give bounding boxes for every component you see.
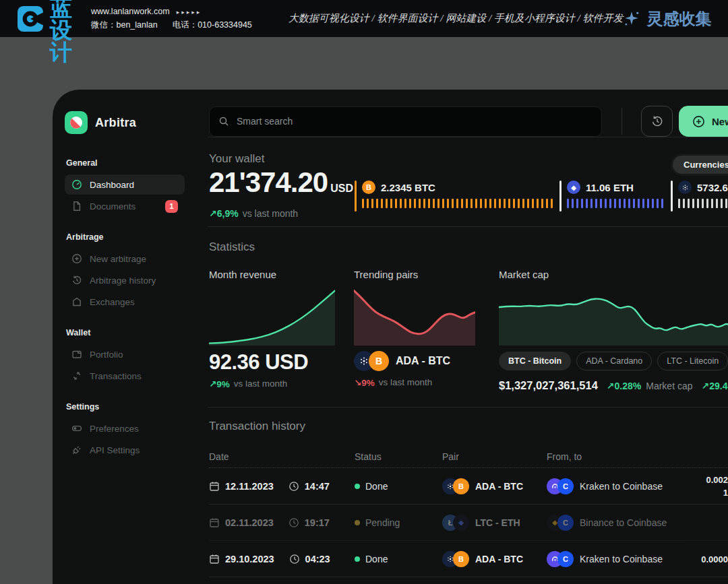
wallet-balance: 21'374.20USD ↗6,9%vs last month (209, 167, 355, 219)
services-list: 大数据可视化设计 / 软件界面设计 / 网站建设 / 手机及小程序设计 / 软件… (289, 12, 624, 25)
holding-divider-bar (671, 181, 673, 212)
sidebar-item-label: Portfolio (90, 350, 123, 360)
btc-coin-icon: B (453, 551, 469, 567)
sidebar-section-settings: Settings (66, 402, 185, 412)
statistics-section: Statistics Month revenue 92.36 USD ↗9%vs… (209, 227, 728, 392)
holding-eth: ◆11.06 ETH (559, 181, 669, 212)
market-cap-label: Market cap (499, 269, 728, 280)
col-from-to: From, to (547, 451, 708, 462)
eth-coin-icon: ◆ (567, 181, 580, 194)
app-brand-name: Arbitra (95, 116, 136, 130)
month-revenue-card: Month revenue 92.36 USD ↗9%vs last month (209, 269, 335, 392)
pill-btc-bitcoin[interactable]: BTC - Bitcoin (499, 352, 571, 370)
cap-change-label: Market cap (646, 381, 692, 391)
wallet-title: Your wallet (209, 152, 265, 166)
balance-currency: USD (330, 183, 353, 194)
history-button[interactable] (641, 106, 673, 137)
table-header: Date Status Pair From, to (209, 445, 728, 468)
tx-date: 12.11.2023 (225, 481, 274, 492)
sidebar-item-preferences[interactable]: Preferences (65, 418, 185, 439)
market-cap-pair-pills: BTC - Bitcoin ADA - Cardano LTC - Liteco… (499, 352, 728, 370)
sparkle-icon (623, 10, 640, 28)
sidebar-item-dashboard[interactable]: Dashboard (65, 174, 185, 195)
tx-date: 02.11.2023 (225, 517, 274, 528)
arrow-decor: ▸▸▸▸▸ (177, 9, 202, 15)
history-icon (71, 275, 82, 286)
sidebar-item-exchanges[interactable]: Exchanges (65, 292, 185, 312)
ada-bars (678, 199, 728, 208)
toggle-icon (71, 423, 82, 434)
collect-label: 灵感收集 (646, 8, 711, 30)
table-row[interactable]: 02.11.2023 19:17 Pending Ł ◆ LTC - ETH ◆… (209, 505, 728, 541)
sidebar-section-arbitrage: Arbitrage (66, 232, 185, 242)
sidebar-item-documents[interactable]: Documents 1 (65, 196, 185, 216)
eth-bars (567, 199, 663, 208)
status-dot (355, 520, 360, 525)
btc-bars (362, 199, 553, 208)
topbar-divider (621, 108, 622, 135)
transfer-icon (71, 370, 82, 381)
new-arbitrage-button[interactable]: New arbitrage (679, 106, 728, 137)
arbitra-logo-icon (65, 111, 88, 134)
sidebar-section-general: General (66, 158, 185, 168)
app-brand: Arbitra (65, 111, 185, 134)
sidebar-item-label: Dashboard (90, 180, 134, 190)
phone-label: 电话：010-63334945 (173, 20, 252, 30)
coinbase-icon: C (557, 551, 574, 567)
sidebar-item-new-arbitrage[interactable]: New arbitrage (65, 249, 185, 269)
holding-btc: B2.2345 BTC (355, 181, 557, 212)
col-date: Date (209, 451, 355, 462)
wallet-tabs: Currencies Exchanges (671, 154, 728, 176)
sidebar-item-api-settings[interactable]: API Settings (65, 440, 185, 460)
trending-pairs-label: Trending pairs (354, 269, 475, 280)
holding-ada: 5732.61 ADA (671, 181, 728, 212)
dashboard-window: Arbitra General Dashboard Documents 1 Ar… (53, 90, 728, 584)
market-cap-value: $1,327,027,361,514 (499, 379, 598, 392)
site-logo-text: 蓝蓝设计 (50, 0, 73, 63)
sidebar-item-transactions[interactable]: Transactions (65, 366, 185, 386)
pill-ltc-litecoin[interactable]: LTC - Litecoin (657, 352, 728, 370)
statistics-title: Statistics (209, 240, 728, 254)
btc-coin-icon: B (369, 351, 389, 371)
transaction-history-title: Transaction history (209, 420, 728, 433)
sidebar-item-label: New arbitrage (90, 254, 146, 264)
new-button-label: New arbitrage (712, 116, 728, 127)
route-label: Kraken to Coinbase (580, 481, 663, 492)
pill-ada-cardano[interactable]: ADA - Cardano (576, 352, 652, 370)
sidebar-item-arbitrage-history[interactable]: Arbitrage history (65, 270, 185, 290)
status-label: Done (365, 554, 388, 564)
market-cap-card: Market cap 1D 7D 1M BTC - Bitcoin ADA - … (499, 269, 728, 392)
transaction-history-section: Transaction history Date Status Pair Fro… (209, 408, 728, 577)
sidebar: Arbitra General Dashboard Documents 1 Ar… (53, 90, 194, 584)
header-contact: www.lanlanwork.com▸▸▸▸▸ 微信：ben_lanlan电话：… (91, 5, 252, 32)
route-label: Binance to Coinbase (580, 517, 667, 528)
tx-amount: 0.0000 (701, 552, 728, 565)
table-row[interactable]: 12.11.2023 14:47 Done B ADA - BTC C (209, 468, 728, 505)
documents-badge: 1 (165, 200, 178, 213)
month-revenue-label: Month revenue (209, 269, 335, 280)
clock-icon (289, 554, 300, 564)
btc-coin-icon: B (362, 181, 375, 194)
status-label: Pending (365, 517, 400, 528)
sidebar-item-label: Arbitrage history (90, 275, 156, 286)
gauge-icon (71, 179, 82, 190)
site-url: www.lanlanwork.com (91, 7, 170, 16)
trending-pairs-card: Trending pairs B ADA - BTC ↘9%vs last mo… (354, 269, 475, 392)
tx-time: 04:23 (305, 554, 330, 564)
table-row[interactable]: 29.10.2023 04:23 Done B ADA - BTC C (209, 541, 728, 577)
pair-label: ADA - BTC (475, 554, 523, 564)
col-status: Status (355, 451, 442, 462)
plug-icon (71, 445, 82, 455)
tx-time: 14:47 (305, 481, 330, 492)
sidebar-item-portfolio[interactable]: Portfolio (65, 344, 185, 364)
tab-currencies[interactable]: Currencies (673, 156, 728, 174)
history-icon (650, 115, 664, 128)
pair-label: ADA - BTC (475, 481, 523, 492)
month-revenue-chart (209, 288, 335, 346)
wallet-icon (71, 349, 82, 360)
inspiration-collect-link[interactable]: 灵感收集 (623, 8, 711, 30)
main-content: New arbitrage Your wallet Currencies Exc… (194, 90, 728, 584)
search-input[interactable] (209, 106, 602, 137)
market-cap-chart (499, 288, 728, 346)
calendar-icon (209, 517, 220, 528)
